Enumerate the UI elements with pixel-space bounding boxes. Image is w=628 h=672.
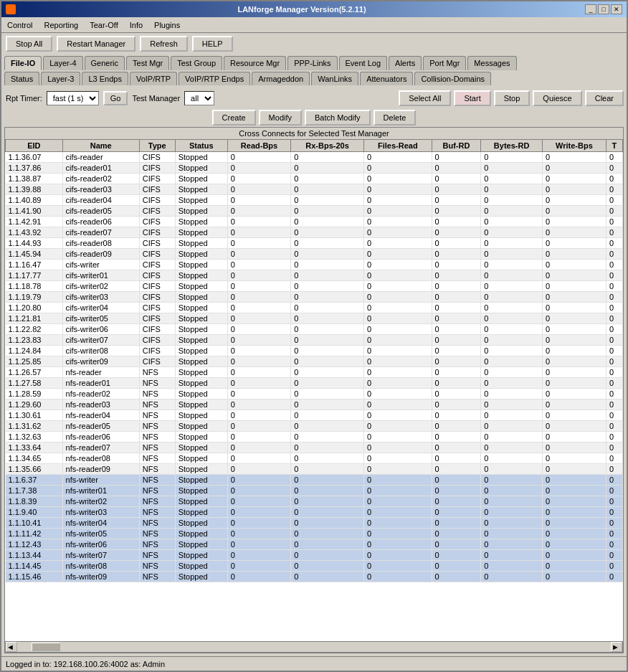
clear-button[interactable]: Clear — [585, 90, 624, 106]
table-row[interactable]: 1.1.32.63nfs-reader06NFSStopped0000000 — [6, 432, 623, 443]
menu-control[interactable]: Control — [4, 19, 35, 31]
batch-modify-button[interactable]: Batch Modify — [305, 110, 371, 126]
go-button[interactable]: Go — [103, 91, 128, 105]
minimize-button[interactable]: _ — [585, 4, 596, 14]
table-row[interactable]: 1.1.12.43nfs-writer06NFSStopped0000000 — [6, 539, 623, 550]
col-eid[interactable]: EID — [6, 140, 63, 152]
tab-port-mgr[interactable]: Port Mgr — [423, 56, 466, 70]
stop-button[interactable]: Stop — [494, 90, 531, 106]
table-row[interactable]: 1.1.15.46nfs-writer09NFSStopped0000000 — [6, 572, 623, 582]
table-row[interactable]: 1.1.38.87cifs-reader02CIFSStopped0000000 — [6, 174, 623, 184]
table-row[interactable]: 1.1.24.84cifs-writer08CIFSStopped0000000 — [6, 346, 623, 356]
test-manager-select[interactable]: all — [184, 91, 214, 105]
col-rx-bps[interactable]: Rx-Bps-20s — [291, 140, 364, 152]
table-row[interactable]: 1.1.25.85cifs-writer09CIFSStopped0000000 — [6, 356, 623, 367]
tab-status[interactable]: Status — [4, 72, 39, 85]
tab-voip-rtp[interactable]: VoIP/RTP — [130, 72, 177, 85]
tab-test-group[interactable]: Test Group — [171, 56, 222, 70]
tab-attenuators[interactable]: Attenuators — [360, 72, 413, 85]
table-row[interactable]: 1.1.10.41nfs-writer04NFSStopped0000000 — [6, 518, 623, 529]
table-row[interactable]: 1.1.42.91cifs-reader06CIFSStopped0000000 — [6, 217, 623, 227]
table-row[interactable]: 1.1.18.78cifs-writer02CIFSStopped0000000 — [6, 281, 623, 292]
rpt-timer-select[interactable]: fast (1 s) — [47, 91, 99, 105]
table-row[interactable]: 1.1.22.82cifs-writer06CIFSStopped0000000 — [6, 324, 623, 335]
table-row[interactable]: 1.1.9.40nfs-writer03NFSStopped0000000 — [6, 507, 623, 518]
table-row[interactable]: 1.1.43.92cifs-reader07CIFSStopped0000000 — [6, 227, 623, 238]
col-status[interactable]: Status — [175, 140, 227, 152]
col-type[interactable]: Type — [139, 140, 175, 152]
menu-plugins[interactable]: Plugins — [151, 19, 183, 31]
tab-alerts[interactable]: Alerts — [389, 56, 422, 70]
table-row[interactable]: 1.1.21.81cifs-writer05CIFSStopped0000000 — [6, 313, 623, 324]
tab-resource-mgr[interactable]: Resource Mgr — [224, 56, 286, 70]
table-row[interactable]: 1.1.37.86cifs-reader01CIFSStopped0000000 — [6, 163, 623, 174]
table-row[interactable]: 1.1.23.83cifs-writer07CIFSStopped0000000 — [6, 335, 623, 346]
menu-info[interactable]: Info — [127, 19, 146, 31]
refresh-button[interactable]: Refresh — [140, 36, 188, 52]
table-container[interactable]: EID Name Type Status Read-Bps Rx-Bps-20s… — [5, 139, 623, 641]
table-row[interactable]: 1.1.41.90cifs-reader05CIFSStopped0000000 — [6, 206, 623, 217]
tab-armageddon[interactable]: Armageddon — [252, 72, 310, 85]
table-row[interactable]: 1.1.30.61nfs-reader04NFSStopped0000000 — [6, 410, 623, 421]
table-row[interactable]: 1.1.27.58nfs-reader01NFSStopped0000000 — [6, 378, 623, 389]
table-row[interactable]: 1.1.44.93cifs-reader08CIFSStopped0000000 — [6, 238, 623, 249]
start-button[interactable]: Start — [454, 90, 490, 106]
menu-reporting[interactable]: Reporting — [41, 19, 81, 31]
table-row[interactable]: 1.1.7.38nfs-writer01NFSStopped0000000 — [6, 486, 623, 496]
table-row[interactable]: 1.1.20.80cifs-writer04CIFSStopped0000000 — [6, 303, 623, 313]
tab-file-io[interactable]: File-IO — [4, 56, 42, 70]
col-files-read[interactable]: Files-Read — [363, 140, 432, 152]
table-row[interactable]: 1.1.6.37nfs-writerNFSStopped0000000 — [6, 475, 623, 486]
table-row[interactable]: 1.1.29.60nfs-reader03NFSStopped0000000 — [6, 399, 623, 410]
table-row[interactable]: 1.1.45.94cifs-reader09CIFSStopped0000000 — [6, 249, 623, 260]
quiesce-button[interactable]: Quiesce — [533, 90, 581, 106]
tab-wanlinks[interactable]: WanLinks — [311, 72, 358, 85]
scroll-left-btn[interactable]: ◄ — [6, 642, 17, 652]
table-row[interactable]: 1.1.11.42nfs-writer05NFSStopped0000000 — [6, 529, 623, 539]
table-row[interactable]: 1.1.19.79cifs-writer03CIFSStopped0000000 — [6, 292, 623, 303]
select-all-button[interactable]: Select All — [399, 90, 451, 106]
col-read-bps[interactable]: Read-Bps — [227, 140, 290, 152]
table-row[interactable]: 1.1.14.45nfs-writer08NFSStopped0000000 — [6, 561, 623, 572]
stop-all-button[interactable]: Stop All — [6, 36, 52, 52]
delete-button[interactable]: Delete — [374, 110, 417, 126]
table-row[interactable]: 1.1.36.07cifs-readerCIFSStopped0000000 — [6, 152, 623, 163]
tab-voip-rtp-endps[interactable]: VoIP/RTP Endps — [179, 72, 250, 85]
tab-l3-endps[interactable]: L3 Endps — [82, 72, 128, 85]
scroll-right-btn[interactable]: ► — [611, 642, 622, 652]
maximize-button[interactable]: □ — [598, 4, 609, 14]
table-row[interactable]: 1.1.13.44nfs-writer07NFSStopped0000000 — [6, 550, 623, 561]
table-row[interactable]: 1.1.35.66nfs-reader09NFSStopped0000000 — [6, 464, 623, 475]
tab-layer3[interactable]: Layer-3 — [41, 72, 80, 85]
tab-collision-domains[interactable]: Collision-Domains — [414, 72, 491, 85]
scroll-thumb[interactable] — [32, 643, 60, 651]
table-row[interactable]: 1.1.26.57nfs-readerNFSStopped0000000 — [6, 367, 623, 378]
col-t[interactable]: T — [606, 140, 622, 152]
menu-tear-off[interactable]: Tear-Off — [87, 19, 121, 31]
close-button[interactable]: ✕ — [611, 4, 622, 14]
tab-layer4[interactable]: Layer-4 — [43, 56, 82, 70]
restart-manager-button[interactable]: Restart Manager — [57, 36, 135, 52]
table-row[interactable]: 1.1.8.39nfs-writer02NFSStopped0000000 — [6, 496, 623, 507]
modify-button[interactable]: Modify — [259, 110, 302, 126]
create-button[interactable]: Create — [212, 110, 256, 126]
col-bytes-rd[interactable]: Bytes-RD — [481, 140, 543, 152]
col-name[interactable]: Name — [62, 140, 139, 152]
tab-test-mgr[interactable]: Test Mgr — [126, 56, 169, 70]
col-write-bps[interactable]: Write-Bps — [542, 140, 606, 152]
table-row[interactable]: 1.1.34.65nfs-reader08NFSStopped0000000 — [6, 453, 623, 464]
tab-ppp-links[interactable]: PPP-Links — [287, 56, 337, 70]
table-row[interactable]: 1.1.40.89cifs-reader04CIFSStopped0000000 — [6, 195, 623, 206]
horizontal-scrollbar[interactable]: ◄ ► — [5, 641, 623, 653]
col-buf-rd[interactable]: Buf-RD — [432, 140, 481, 152]
tab-messages[interactable]: Messages — [467, 56, 516, 70]
table-row[interactable]: 1.1.39.88cifs-reader03CIFSStopped0000000 — [6, 184, 623, 195]
table-row[interactable]: 1.1.33.64nfs-reader07NFSStopped0000000 — [6, 443, 623, 453]
table-row[interactable]: 1.1.31.62nfs-reader05NFSStopped0000000 — [6, 421, 623, 432]
table-row[interactable]: 1.1.28.59nfs-reader02NFSStopped0000000 — [6, 389, 623, 399]
tab-event-log[interactable]: Event Log — [339, 56, 388, 70]
table-row[interactable]: 1.1.17.77cifs-writer01CIFSStopped0000000 — [6, 270, 623, 281]
help-button[interactable]: HELP — [192, 36, 233, 52]
table-row[interactable]: 1.1.16.47cifs-writerCIFSStopped0000000 — [6, 260, 623, 270]
tab-generic[interactable]: Generic — [85, 56, 125, 70]
